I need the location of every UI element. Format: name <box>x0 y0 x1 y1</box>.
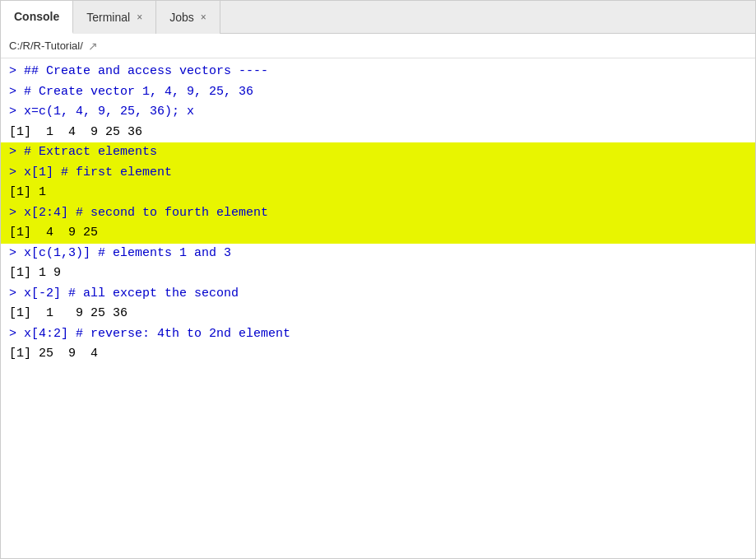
console-line: > x[c(1,3)] # elements 1 and 3 <box>1 244 755 264</box>
console-line: [1] 4 9 25 <box>1 223 755 244</box>
console-line: [1] 1 <box>1 183 755 203</box>
console-line: > ## Create and access vectors ---- <box>1 62 755 82</box>
console-line: > x[-2] # all except the second <box>1 284 755 305</box>
console-line: > x=c(1, 4, 9, 25, 36); x <box>1 102 755 123</box>
console-line: > x[2:4] # second to fourth element <box>1 203 755 224</box>
tab-terminal-label: Terminal <box>86 11 130 24</box>
console-line: [1] 25 9 4 <box>1 344 755 365</box>
path-arrow-icon: ↗ <box>88 40 98 53</box>
console-line: [1] 1 9 25 36 <box>1 304 755 324</box>
console-line: > # Extract elements <box>1 142 755 163</box>
path-bar: C:/R/R-Tutorial/ ↗ <box>1 34 755 58</box>
console-line: > x[1] # first element <box>1 163 755 184</box>
console-line: [1] 1 4 9 25 36 <box>1 123 755 143</box>
path-text: C:/R/R-Tutorial/ <box>9 40 83 52</box>
main-panel: Console Terminal × Jobs × C:/R/R-Tutoria… <box>0 0 756 559</box>
tab-jobs-close[interactable]: × <box>201 12 206 23</box>
console-output[interactable]: > ## Create and access vectors ----> # C… <box>1 58 755 558</box>
tab-terminal[interactable]: Terminal × <box>73 1 156 34</box>
tab-jobs-label: Jobs <box>169 11 194 24</box>
tab-console[interactable]: Console <box>1 1 73 34</box>
tab-bar: Console Terminal × Jobs × <box>1 1 755 34</box>
tab-console-label: Console <box>14 10 59 23</box>
tab-jobs[interactable]: Jobs × <box>156 1 220 34</box>
console-line: [1] 1 9 <box>1 263 755 284</box>
console-line: > # Create vector 1, 4, 9, 25, 36 <box>1 82 755 103</box>
tab-terminal-close[interactable]: × <box>137 12 142 23</box>
console-line: > x[4:2] # reverse: 4th to 2nd element <box>1 324 755 345</box>
